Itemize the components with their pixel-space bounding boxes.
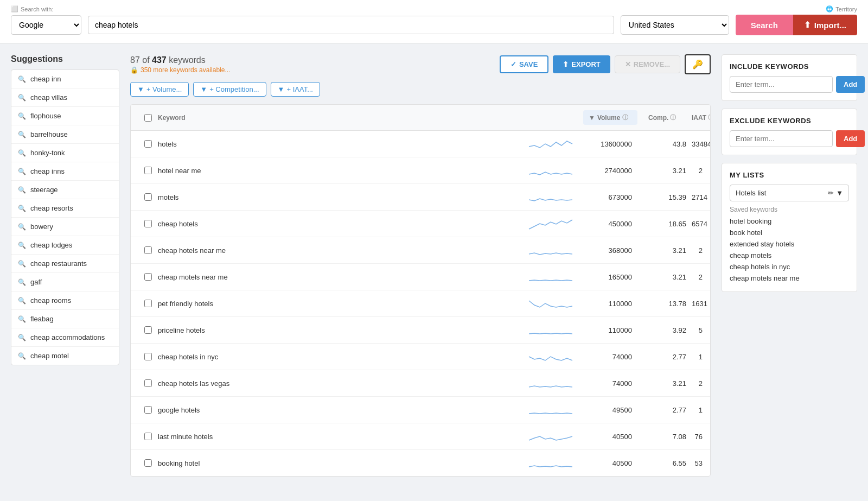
sparkline-cell bbox=[518, 428, 583, 445]
sparkline-cell bbox=[518, 295, 583, 312]
suggestion-item[interactable]: 🔍cheap villas bbox=[11, 88, 119, 107]
comp-cell: 18.65 bbox=[648, 220, 692, 228]
row-checkbox[interactable] bbox=[144, 300, 152, 307]
search-with-label: Search with: bbox=[21, 6, 54, 12]
suggestions-title: Suggestions bbox=[11, 54, 119, 64]
exclude-input[interactable] bbox=[730, 130, 833, 147]
table-row: cheap hotels las vegas 74000 3.21 2 bbox=[131, 370, 710, 397]
mylist-title: MY LISTS bbox=[730, 171, 849, 179]
row-checkbox[interactable] bbox=[144, 433, 152, 440]
row-checkbox[interactable] bbox=[144, 193, 152, 201]
select-all-checkbox[interactable] bbox=[144, 114, 152, 122]
search-engine-select[interactable]: Google bbox=[11, 15, 81, 35]
suggestion-item[interactable]: 🔍cheap rooms bbox=[11, 291, 119, 310]
suggestion-item[interactable]: 🔍steerage bbox=[11, 181, 119, 199]
table-row: last minute hotels 40500 7.08 76 bbox=[131, 423, 710, 450]
suggestion-search-icon: 🔍 bbox=[18, 186, 26, 194]
row-checkbox[interactable] bbox=[144, 406, 152, 414]
volume-cell: 673000 bbox=[583, 193, 637, 201]
territory-select[interactable]: United States bbox=[621, 15, 729, 35]
search-button[interactable]: Search bbox=[736, 15, 793, 35]
main-area: Suggestions 🔍cheap inn🔍cheap villas🔍flop… bbox=[0, 43, 868, 487]
suggestion-search-icon: 🔍 bbox=[18, 168, 26, 175]
table-row: hotels 13600000 43.8 334845 bbox=[131, 131, 710, 157]
exclude-title: EXCLUDE KEYWORDS bbox=[730, 117, 849, 125]
center-content: 87 of 437 keywords 🔒 350 more keywords a… bbox=[130, 54, 711, 477]
pencil-icon[interactable]: ✏ bbox=[828, 189, 834, 197]
suggestion-item[interactable]: 🔍flophouse bbox=[11, 107, 119, 125]
comp-cell: 3.21 bbox=[648, 167, 692, 175]
saved-keyword-item: cheap motels near me bbox=[730, 272, 849, 284]
suggestion-search-icon: 🔍 bbox=[18, 94, 26, 102]
include-add-button[interactable]: Add bbox=[836, 76, 865, 93]
suggestion-label: cheap lodges bbox=[30, 241, 72, 249]
suggestion-item[interactable]: 🔍honky-tonk bbox=[11, 144, 119, 162]
suggestion-item[interactable]: 🔍cheap resorts bbox=[11, 199, 119, 218]
volume-cell: 165000 bbox=[583, 273, 637, 281]
suggestion-item[interactable]: 🔍fleabag bbox=[11, 310, 119, 328]
suggestion-item[interactable]: 🔍cheap inn bbox=[11, 70, 119, 88]
export-button[interactable]: ⬆ EXPORT bbox=[553, 55, 610, 73]
comp-cell: 3.92 bbox=[648, 326, 692, 334]
suggestion-item[interactable]: 🔍cheap lodges bbox=[11, 236, 119, 255]
filter-button[interactable]: ▼ + Volume... bbox=[130, 82, 189, 97]
suggestion-label: cheap restaurants bbox=[30, 259, 87, 268]
suggestion-item[interactable]: 🔍bowery bbox=[11, 218, 119, 236]
keyword-cell: priceline hotels bbox=[158, 326, 518, 334]
mylist-dropdown[interactable]: Hotels list ✏ ▼ bbox=[730, 185, 849, 201]
suggestion-item[interactable]: 🔍cheap restaurants bbox=[11, 255, 119, 273]
include-input[interactable] bbox=[730, 76, 833, 93]
table-row: priceline hotels 110000 3.92 5 bbox=[131, 317, 710, 344]
keyword-cell: pet friendly hotels bbox=[158, 300, 518, 308]
key-button[interactable]: 🔑 bbox=[685, 54, 711, 74]
suggestion-item[interactable]: 🔍barrelhouse bbox=[11, 125, 119, 144]
mylist-dropdown-row: Hotels list ✏ ▼ bbox=[730, 185, 849, 201]
remove-button[interactable]: ✕ REMOVE... bbox=[615, 55, 680, 73]
suggestion-label: fleabag bbox=[30, 315, 54, 323]
comp-cell: 15.39 bbox=[648, 193, 692, 201]
iaat-cell: 2714 bbox=[692, 193, 703, 201]
filter-bar: ▼ + Volume...▼ + Competition...▼ + IAAT.… bbox=[130, 82, 711, 97]
filter-icon: ▼ bbox=[200, 85, 207, 93]
include-section: INCLUDE KEYWORDS Add bbox=[722, 54, 857, 101]
row-checkbox[interactable] bbox=[144, 326, 152, 334]
row-checkbox[interactable] bbox=[144, 379, 152, 387]
saved-keyword-item: cheap hotels in nyc bbox=[730, 261, 849, 272]
row-checkbox[interactable] bbox=[144, 353, 152, 360]
iaat-cell: 2 bbox=[692, 379, 703, 388]
exclude-add-button[interactable]: Add bbox=[836, 130, 865, 147]
volume-cell: 74000 bbox=[583, 353, 637, 361]
iaat-cell: 1 bbox=[692, 406, 703, 414]
row-checkbox[interactable] bbox=[144, 140, 152, 148]
keyword-cell: motels bbox=[158, 193, 518, 201]
filter-button[interactable]: ▼ + Competition... bbox=[193, 82, 266, 97]
volume-cell: 49500 bbox=[583, 406, 637, 414]
row-checkbox[interactable] bbox=[144, 246, 152, 254]
row-checkbox[interactable] bbox=[144, 167, 152, 174]
suggestion-item[interactable]: 🔍cheap accommodations bbox=[11, 328, 119, 347]
keyword-cell: cheap hotels las vegas bbox=[158, 379, 518, 388]
iaat-cell: 2 bbox=[692, 246, 703, 255]
keyword-input[interactable] bbox=[88, 16, 614, 34]
volume-cell: 368000 bbox=[583, 246, 637, 255]
suggestion-item[interactable]: 🔍cheap inns bbox=[11, 162, 119, 181]
col-volume-header: ▼ Volume ⓘ bbox=[583, 110, 637, 125]
import-button[interactable]: ⬆ Import... bbox=[793, 15, 857, 35]
iaat-cell: 53 bbox=[692, 459, 703, 467]
sparkline-cell bbox=[518, 136, 583, 152]
row-checkbox[interactable] bbox=[144, 220, 152, 227]
suggestion-item[interactable]: 🔍gaff bbox=[11, 273, 119, 291]
save-button[interactable]: ✓ SAVE bbox=[500, 55, 548, 73]
sparkline-cell bbox=[518, 162, 583, 179]
row-checkbox[interactable] bbox=[144, 459, 152, 467]
suggestion-item[interactable]: 🔍cheap motel bbox=[11, 347, 119, 365]
upload-icon: ⬆ bbox=[804, 20, 811, 30]
exclude-input-row: Add bbox=[730, 130, 849, 147]
row-checkbox[interactable] bbox=[144, 273, 152, 281]
saved-keyword-item: cheap motels bbox=[730, 250, 849, 261]
suggestions-panel: Suggestions 🔍cheap inn🔍cheap villas🔍flop… bbox=[11, 54, 119, 477]
filter-button[interactable]: ▼ + IAAT... bbox=[271, 82, 320, 97]
sparkline-cell bbox=[518, 375, 583, 391]
comp-cell: 3.21 bbox=[648, 273, 692, 281]
col-comp-header: Comp. ⓘ bbox=[648, 113, 692, 122]
